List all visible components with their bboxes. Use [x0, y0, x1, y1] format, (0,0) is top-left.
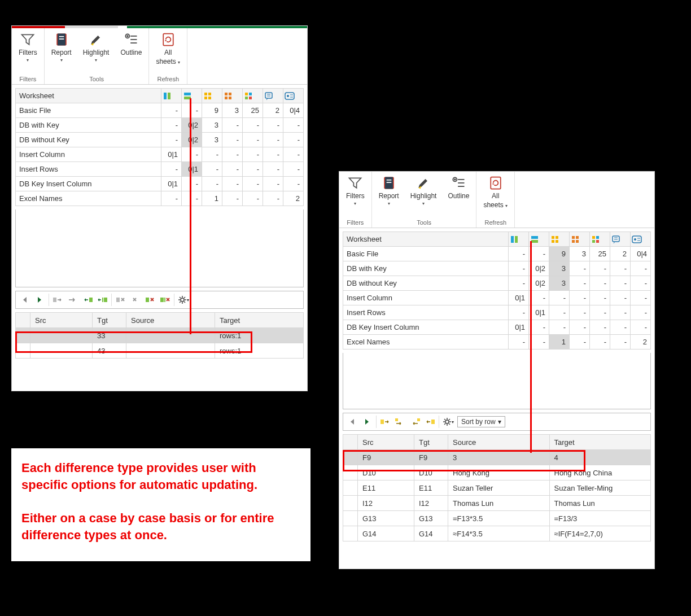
col-icon-5[interactable] — [243, 89, 263, 103]
col-icon-3[interactable] — [549, 232, 570, 247]
table-row[interactable]: Excel Names--1---2 — [343, 335, 651, 349]
svg-rect-24 — [249, 93, 252, 95]
table-row[interactable]: DB without Key-0|23---- — [343, 276, 651, 291]
detail-h-target[interactable]: Target — [215, 313, 304, 328]
detail-h-tgt[interactable]: Tgt — [93, 313, 126, 328]
cell-blank — [343, 465, 358, 480]
table-row[interactable]: I12I12Thomas LunThomas Lun — [343, 496, 651, 511]
cell-blank — [16, 343, 30, 359]
col-icon-4[interactable] — [222, 89, 243, 103]
settings-button[interactable]: ▾ — [178, 295, 189, 305]
table-row[interactable]: DB with Key-0|23---- — [16, 118, 304, 133]
highlight-button[interactable]: Highlight▾ — [407, 174, 440, 207]
copy-right-one-button[interactable] — [53, 295, 64, 305]
highlight-button[interactable]: Highlight ▾ — [80, 30, 113, 64]
col-icon-2[interactable] — [182, 89, 202, 103]
copy-right-small-button[interactable] — [395, 417, 406, 427]
prev-button[interactable] — [19, 295, 30, 305]
delete-grey1-button[interactable] — [115, 295, 126, 305]
col-icon-4[interactable] — [570, 232, 590, 247]
worksheet-name: Excel Names — [16, 191, 161, 206]
sort-dropdown[interactable]: Sort by row ▾ — [457, 416, 505, 427]
cell-tgt: E11 — [414, 480, 448, 496]
header-worksheet[interactable]: Worksheet — [16, 89, 161, 103]
refresh-all-button[interactable]: Allsheets ▾ — [480, 174, 511, 210]
table-row[interactable]: 43rows:1 — [16, 343, 304, 359]
detail-h-src[interactable]: Src — [30, 313, 93, 328]
svg-rect-41 — [164, 298, 165, 302]
worksheet-name: Excel Names — [343, 335, 509, 349]
cell-target: Suzan Teller-Ming — [549, 480, 651, 496]
table-row[interactable]: Insert Rows-0|1----- — [16, 162, 304, 177]
col-icon-6[interactable] — [610, 232, 631, 247]
table-row[interactable]: G13G13=F13*3.5=F13/3 — [343, 511, 651, 526]
detail-h-blank[interactable] — [16, 313, 30, 328]
next-button[interactable] — [361, 417, 373, 427]
col-icon-3[interactable] — [202, 89, 222, 103]
svg-rect-73 — [576, 240, 579, 243]
table-row[interactable]: D10D10Hong KongHong Kong China — [343, 465, 651, 480]
svg-rect-67 — [556, 236, 558, 239]
settings-button[interactable]: ▾ — [443, 417, 454, 427]
table-row[interactable]: Insert Column0|1------ — [16, 147, 304, 162]
col-icon-2[interactable] — [529, 232, 549, 247]
table-row[interactable]: DB without Key-0|23---- — [16, 133, 304, 147]
cell-value: 2 — [631, 335, 651, 349]
table-row[interactable]: DB with Key-0|23---- — [343, 261, 651, 276]
table-row[interactable]: Excel Names--1---2 — [16, 191, 304, 206]
filters-button[interactable]: Filters▾ — [343, 174, 368, 207]
cell-blank — [343, 511, 358, 526]
cell-value: - — [509, 305, 529, 320]
svg-rect-30 — [285, 93, 294, 99]
outline-button[interactable]: Outline — [444, 174, 473, 207]
table-row[interactable]: E11E11Suzan TellerSuzan Teller-Ming — [343, 480, 651, 496]
cell-value: - — [509, 247, 529, 261]
blank-area — [15, 209, 304, 287]
table-row[interactable]: DB Key Insert Column0|1------ — [343, 320, 651, 335]
col-icon-5[interactable] — [590, 232, 610, 247]
table-row[interactable]: Basic File--932520|4 — [343, 247, 651, 261]
report-label: Report — [51, 49, 72, 56]
svg-rect-35 — [89, 298, 93, 302]
report-button[interactable]: Report▾ — [375, 174, 403, 207]
copy-right-yellow-button[interactable] — [380, 417, 391, 427]
table-row[interactable]: Insert Rows-0|1----- — [343, 305, 651, 320]
table-row[interactable]: G14G14≈F14*3.5≈IF(F14=2,7,0) — [343, 526, 651, 541]
delete-red1-button[interactable] — [145, 295, 156, 305]
delete-grey2-button[interactable] — [130, 295, 141, 305]
col-icon-1[interactable] — [161, 89, 182, 103]
col-icon-1[interactable] — [509, 232, 529, 247]
table-row[interactable]: F9F934 — [343, 450, 651, 465]
cell-value: - — [263, 147, 283, 162]
worksheet-name: DB without Key — [343, 276, 509, 291]
svg-rect-16 — [208, 93, 211, 95]
detail-h-source[interactable]: Source — [126, 313, 215, 328]
cell-value: - — [161, 162, 182, 177]
copy-left-one-button[interactable] — [82, 295, 93, 305]
cell-target: rows:1 — [215, 343, 304, 359]
table-row[interactable]: Basic File--932520|4 — [16, 103, 304, 118]
copy-left-all-button[interactable] — [97, 295, 108, 305]
report-button[interactable]: Report ▾ — [48, 30, 75, 64]
cell-blank — [343, 526, 358, 541]
cell-value: 0|1 — [182, 162, 202, 177]
cell-value: - — [263, 162, 283, 177]
prev-button[interactable] — [347, 417, 358, 427]
col-icon-6[interactable] — [263, 89, 283, 103]
svg-rect-88 — [431, 420, 435, 424]
copy-left-yellow-button[interactable] — [424, 417, 435, 427]
table-row[interactable]: DB Key Insert Column0|1------ — [16, 177, 304, 191]
outline-button[interactable]: Outline — [117, 30, 145, 64]
col-icon-7[interactable] — [631, 232, 651, 247]
cell-value: - — [243, 191, 263, 206]
delete-red2-button[interactable] — [159, 295, 170, 305]
refresh-all-button[interactable]: All sheets ▾ — [152, 30, 183, 67]
next-button[interactable] — [34, 295, 45, 305]
copy-right-all-button[interactable] — [67, 295, 78, 305]
cell-value: - — [283, 133, 304, 147]
col-icon-7[interactable] — [283, 89, 304, 103]
table-row[interactable]: Insert Column0|1------ — [343, 291, 651, 305]
table-row[interactable]: 33rows:1 — [16, 328, 304, 343]
filters-button[interactable]: Filters ▾ — [15, 30, 41, 64]
copy-left-small-button[interactable] — [409, 417, 421, 427]
